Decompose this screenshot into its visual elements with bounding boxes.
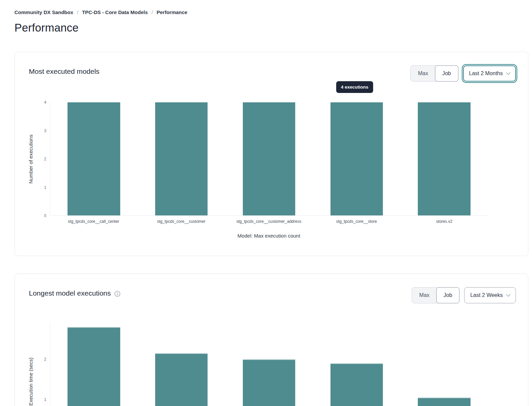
- x-category-label: stores.v2: [400, 219, 488, 224]
- bar-series-2[interactable]: [243, 359, 295, 406]
- bar-slot: [138, 323, 225, 406]
- y-ticks: 012: [35, 323, 47, 406]
- breadcrumb: Community DX Sandbox / TPC-DS - Core Dat…: [14, 9, 532, 15]
- bar-stg_tpcds_core__customer[interactable]: [155, 102, 208, 215]
- info-icon[interactable]: [114, 291, 121, 297]
- card-header: Most executed models Max Job Last 2 Mont…: [29, 65, 516, 82]
- bar-slot: [225, 323, 313, 406]
- max-toggle-button[interactable]: Max: [411, 66, 435, 81]
- breadcrumb-separator: /: [77, 9, 78, 15]
- y-tick-label: 1: [44, 397, 46, 402]
- breadcrumb-item-project[interactable]: Community DX Sandbox: [14, 9, 73, 15]
- page-title: Performance: [14, 21, 532, 34]
- longest-model-executions-card: Longest model executions Max Job Last 2 …: [14, 273, 528, 406]
- job-toggle-button[interactable]: Job: [435, 65, 458, 82]
- max-toggle-button[interactable]: Max: [412, 288, 436, 303]
- y-axis-label: Execution time (secs): [27, 323, 34, 406]
- x-labels: stg_tpcds_core__call_centerstg_tpcds_cor…: [50, 219, 488, 224]
- y-tick-label: 3: [44, 129, 46, 133]
- x-category-label: stg_tpcds_core__customer: [137, 219, 225, 224]
- y-tick-label: 0: [44, 213, 46, 218]
- time-range-select[interactable]: Last 2 Months: [463, 65, 516, 82]
- bar-slot: [400, 323, 488, 406]
- bar-stg_tpcds_core__customer_address[interactable]: [243, 102, 295, 215]
- chevron-down-icon: [506, 70, 511, 75]
- max-job-toggle: Max Job: [410, 65, 458, 82]
- plot-area: [50, 323, 488, 406]
- chart-controls: Max Job Last 2 Months: [410, 65, 516, 82]
- card-title-text: Longest model executions: [29, 289, 111, 297]
- x-category-label: stg_tpcds_core__customer_address: [225, 219, 313, 224]
- time-range-value: Last 2 Months: [469, 70, 503, 77]
- bar-series-4[interactable]: [418, 398, 470, 406]
- card-header: Longest model executions Max Job Last 2 …: [29, 287, 516, 303]
- bar-slot: [225, 102, 313, 215]
- card-title-longest-executions: Longest model executions: [29, 289, 121, 297]
- x-category-label: stg_tpcds_core__store: [313, 219, 400, 224]
- bar-slot: [50, 323, 138, 406]
- breadcrumb-item-environment[interactable]: TPC-DS - Core Data Models: [82, 9, 148, 15]
- chart-controls: Max Job Last 2 Weeks: [412, 287, 516, 303]
- breadcrumb-separator: /: [151, 9, 153, 15]
- bar-slot: [400, 102, 488, 215]
- y-tick-label: 2: [44, 157, 46, 161]
- breadcrumb-item-current: Performance: [157, 9, 187, 15]
- x-category-label: stg_tpcds_core__call_center: [50, 219, 137, 224]
- bar-series-3[interactable]: [330, 363, 383, 406]
- y-tick-label: 2: [44, 357, 46, 362]
- y-tick-label: 1: [44, 185, 46, 190]
- plot-area: [50, 102, 488, 216]
- bar-stores.v2[interactable]: [418, 102, 470, 215]
- bar-slot: [313, 102, 400, 215]
- y-ticks: 01234: [35, 102, 47, 216]
- bar-stg_tpcds_core__call_center[interactable]: [68, 102, 120, 215]
- bar-slot: [50, 102, 138, 215]
- performance-page: Community DX Sandbox / TPC-DS - Core Dat…: [0, 0, 532, 406]
- bar-slot: [313, 323, 400, 406]
- card-title-most-executed: Most executed models: [29, 67, 99, 75]
- bar-stg_tpcds_core__store[interactable]: [330, 102, 383, 215]
- job-toggle-button[interactable]: Job: [436, 287, 460, 303]
- bar-series-1[interactable]: [155, 353, 208, 406]
- most-executed-models-card: Most executed models Max Job Last 2 Mont…: [14, 52, 528, 256]
- chart-tooltip: 4 executions: [336, 81, 373, 93]
- time-range-value: Last 2 Weeks: [470, 292, 503, 298]
- x-axis-title: Model: Max execution count: [50, 233, 488, 239]
- y-axis-label: Number of executions: [27, 102, 34, 216]
- bar-series-0[interactable]: [68, 327, 120, 406]
- bar-slot: [138, 102, 225, 215]
- chevron-down-icon: [506, 292, 511, 297]
- y-tick-label: 4: [44, 100, 46, 105]
- time-range-select[interactable]: Last 2 Weeks: [464, 287, 516, 303]
- max-job-toggle: Max Job: [412, 287, 459, 303]
